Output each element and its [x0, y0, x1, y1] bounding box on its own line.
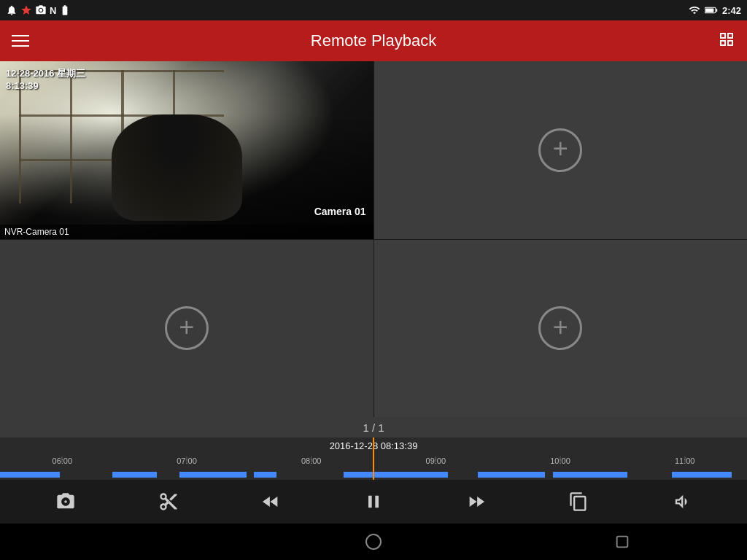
timeline-hour-2: 08:00 — [249, 456, 374, 465]
rewind-button[interactable] — [255, 486, 287, 518]
grid-view-button[interactable] — [718, 31, 735, 52]
star-icon — [20, 4, 32, 16]
video-cell-1[interactable]: 12-28-2016 星期三 8:13:39 Camera 01 NVR-Cam… — [0, 61, 374, 239]
svg-rect-1 — [716, 9, 717, 12]
recording-gap — [67, 472, 104, 478]
timeline-hour-1: 07:00 — [125, 456, 249, 465]
fast-forward-button[interactable] — [460, 486, 492, 518]
trim-button[interactable] — [152, 486, 185, 518]
time-display: 2:42 — [722, 5, 741, 16]
pause-button[interactable] — [357, 486, 390, 518]
camera-feed-1: 12-28-2016 星期三 8:13:39 Camera 01 NVR-Cam… — [0, 61, 374, 239]
pagination-text: 1 / 1 — [363, 421, 384, 434]
recording-bar — [672, 472, 732, 478]
timeline-cursor — [373, 438, 374, 480]
screenshot-button[interactable] — [50, 486, 82, 518]
timeline-hour-3: 09:00 — [374, 456, 498, 465]
android-nav-bar — [0, 524, 747, 560]
person-silhouette — [112, 114, 242, 221]
volume-button[interactable] — [665, 486, 697, 518]
recording-bar — [179, 472, 247, 478]
add-camera-button-3[interactable] — [165, 306, 209, 350]
home-button[interactable] — [357, 526, 390, 558]
copy-button[interactable] — [562, 486, 595, 518]
camera-name-bar: NVR-Camera 01 — [0, 225, 374, 239]
timeline-hour-0: 06:00 — [0, 456, 125, 465]
status-bar: N 2:42 — [0, 0, 747, 20]
recording-gap — [635, 472, 672, 478]
recording-bar — [553, 472, 627, 478]
recording-gap — [284, 472, 344, 478]
n-icon: N — [50, 5, 56, 16]
video-grid: 12-28-2016 星期三 8:13:39 Camera 01 NVR-Cam… — [0, 61, 747, 417]
add-camera-button-2[interactable] — [538, 128, 582, 172]
video-cell-3[interactable] — [0, 240, 374, 418]
svg-rect-2 — [705, 8, 713, 12]
notification-icon — [6, 4, 18, 16]
recording-bar — [254, 472, 276, 478]
timeline[interactable]: 2016-12-28 08:13:39 06:00 07:00 08:00 09… — [0, 438, 747, 480]
app-bar: Remote Playback — [0, 20, 747, 61]
svg-rect-5 — [617, 537, 628, 548]
controls-bar — [0, 480, 747, 524]
timeline-hour-4: 10:00 — [498, 456, 623, 465]
back-button[interactable] — [109, 526, 141, 558]
add-camera-button-4[interactable] — [538, 306, 582, 350]
camera-timestamp: 12-28-2016 星期三 8:13:39 — [6, 67, 85, 91]
recording-gap — [164, 472, 179, 478]
pagination-bar: 1 / 1 — [0, 417, 747, 438]
recording-gap — [456, 472, 479, 478]
timeline-hour-5: 11:00 — [622, 456, 747, 465]
recording-bar — [478, 472, 545, 478]
recording-bar — [0, 472, 60, 478]
camera-label: Camera 01 — [314, 206, 366, 217]
svg-point-3 — [65, 500, 68, 503]
status-icons-left: N — [6, 4, 71, 16]
app-title: Remote Playback — [311, 31, 436, 50]
menu-button[interactable] — [12, 35, 29, 47]
camera-icon — [35, 4, 47, 16]
wifi-icon — [689, 4, 700, 16]
recording-bar — [344, 472, 448, 478]
status-right: 2:42 — [689, 4, 741, 16]
video-cell-4[interactable] — [374, 240, 748, 418]
battery-level-icon — [705, 6, 718, 15]
svg-point-4 — [366, 534, 381, 549]
video-cell-2[interactable] — [374, 61, 748, 239]
recents-button[interactable] — [606, 526, 638, 558]
battery-icon — [59, 4, 71, 16]
recording-bar — [112, 472, 157, 478]
